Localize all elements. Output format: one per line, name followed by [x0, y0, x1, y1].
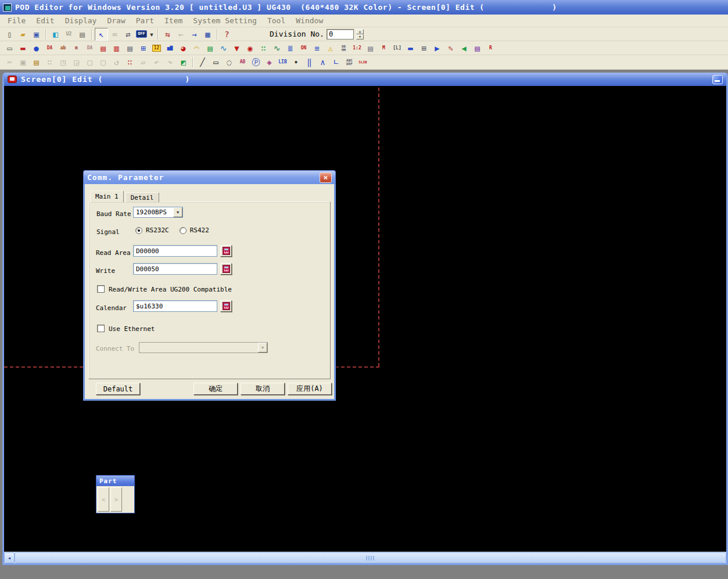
- help-icon[interactable]: ?: [220, 28, 234, 41]
- scrollbar-thumb[interactable]: [15, 552, 726, 563]
- menu-item-display[interactable]: Display: [60, 15, 102, 26]
- read-area-input[interactable]: D00000: [133, 245, 217, 257]
- data-block-icon[interactable]: DA: [83, 42, 96, 55]
- paint-p-icon[interactable]: Ⓟ: [249, 56, 263, 69]
- data-sampling-list-icon[interactable]: ≣: [284, 42, 297, 55]
- radio-rs232c[interactable]: RS232C: [135, 226, 169, 234]
- comment-display-icon[interactable]: ▤: [123, 42, 137, 55]
- prev-screen-icon[interactable]: ←: [174, 28, 188, 41]
- baud-rate-combobox[interactable]: 19200BPS ▼: [133, 207, 183, 218]
- slib-icon[interactable]: SLIB: [356, 56, 370, 69]
- paste-icon[interactable]: ▤: [30, 56, 43, 69]
- division-spin-up-icon[interactable]: ▲: [356, 29, 364, 34]
- keyboard-icon[interactable]: ⊞: [417, 42, 431, 55]
- memo-list-icon[interactable]: ≡: [310, 42, 324, 55]
- division-spin-down-icon[interactable]: ▼: [356, 34, 364, 39]
- vertical-ruler-icon[interactable]: ‖: [303, 56, 316, 69]
- video-camera-icon[interactable]: ▶: [431, 42, 444, 55]
- ascii-display-icon[interactable]: ab: [56, 42, 70, 55]
- screen-edit-titlebar[interactable]: Screen[0] Edit ( ): [4, 73, 726, 86]
- tab-main-1[interactable]: Main 1: [90, 190, 124, 202]
- rotate-icon[interactable]: ↺: [110, 56, 123, 69]
- library-call-icon[interactable]: LIB: [276, 56, 289, 69]
- ok-button[interactable]: 确定: [193, 383, 238, 395]
- move-shape-alt-icon[interactable]: ◲: [70, 56, 83, 69]
- scroll-left-icon[interactable]: ◂: [4, 552, 15, 563]
- menu-item-part[interactable]: Part: [131, 15, 159, 26]
- node-edit-icon[interactable]: ∧: [316, 56, 329, 69]
- entry-keypad-icon[interactable]: ⊞: [137, 42, 150, 55]
- write-keypad-button[interactable]: [220, 263, 232, 275]
- cut-icon[interactable]: ✂: [3, 56, 16, 69]
- tank-graph-icon[interactable]: ▼: [230, 42, 243, 55]
- comm-transfer-icon[interactable]: ⇄: [121, 28, 135, 41]
- tab-detail[interactable]: Detail: [125, 192, 159, 202]
- division-input[interactable]: 0: [327, 29, 354, 39]
- dialog-close-icon[interactable]: ×: [320, 172, 332, 183]
- part-next-button[interactable]: >: [110, 487, 122, 512]
- data-display-icon[interactable]: DA: [43, 42, 56, 55]
- switch-part-icon[interactable]: ▭: [3, 42, 16, 55]
- speaker-icon[interactable]: ◀: [457, 42, 471, 55]
- calendar-12-icon[interactable]: 12: [150, 42, 163, 55]
- u2-convert-icon[interactable]: U2: [62, 28, 76, 41]
- message-roll-icon[interactable]: ▤: [96, 42, 110, 55]
- mode-button-icon[interactable]: M: [377, 42, 390, 55]
- find-binoculars-icon[interactable]: ∞: [108, 28, 121, 41]
- menu-item-system-setting[interactable]: System Setting: [188, 15, 262, 26]
- select-rect-alt-icon[interactable]: ▢: [96, 56, 110, 69]
- memo-pad-icon[interactable]: ▤: [364, 42, 377, 55]
- grid-toggle-icon[interactable]: ◩: [177, 56, 190, 69]
- lamp-part-icon[interactable]: ▬: [16, 42, 30, 55]
- write-input[interactable]: D00050: [133, 263, 217, 275]
- multi-copy-icon[interactable]: ∷: [43, 56, 56, 69]
- off-display-button[interactable]: OFF: [135, 28, 148, 41]
- abc-def-text-icon[interactable]: ABC DEF: [343, 56, 356, 69]
- grid-dots-icon[interactable]: ∷: [123, 56, 137, 69]
- layer-icon[interactable]: ▱: [137, 56, 150, 69]
- print-icon[interactable]: ▤: [76, 28, 89, 41]
- menu-item-item[interactable]: Item: [159, 15, 188, 26]
- onoff-display-icon[interactable]: ON: [297, 42, 310, 55]
- screen-transfer-icon[interactable]: ◧: [49, 28, 62, 41]
- time-display-icon[interactable]: 1:2: [350, 42, 364, 55]
- alarm-bell-icon[interactable]: ⚠: [324, 42, 337, 55]
- striped-list-icon[interactable]: ▤: [203, 42, 217, 55]
- fill-paint-icon[interactable]: ◈: [263, 56, 276, 69]
- read-area-keypad-button[interactable]: [220, 245, 232, 257]
- panel-meter-icon[interactable]: ◠: [190, 42, 203, 55]
- lamp-box-icon[interactable]: [L]: [390, 42, 404, 55]
- draw-text-icon[interactable]: AB: [236, 56, 249, 69]
- next-screen-icon[interactable]: →: [188, 28, 201, 41]
- report-doc-icon[interactable]: ▤: [471, 42, 484, 55]
- screen-window-minimize-button[interactable]: [712, 75, 723, 84]
- dot-icon[interactable]: •: [289, 56, 303, 69]
- sampling-pie-icon[interactable]: ◉: [243, 42, 257, 55]
- part-prev-button[interactable]: <: [98, 487, 109, 512]
- baud-rate-dropdown-icon[interactable]: ▼: [173, 207, 182, 217]
- menu-item-file[interactable]: File: [2, 15, 31, 26]
- default-button[interactable]: Default: [96, 383, 140, 395]
- cancel-button[interactable]: 取消: [241, 383, 285, 395]
- ug200-compatible-checkbox[interactable]: [97, 285, 105, 293]
- off-dropdown-arrow[interactable]: ▾: [148, 28, 155, 41]
- draw-rect-icon[interactable]: ▭: [209, 56, 223, 69]
- draw-ellipse-icon[interactable]: ◌: [223, 56, 236, 69]
- screen-list-icon[interactable]: ▦: [201, 28, 214, 41]
- graphic-part-icon[interactable]: ●: [30, 42, 43, 55]
- menu-item-edit[interactable]: Edit: [31, 15, 59, 26]
- radio-rs422[interactable]: RS422: [180, 226, 209, 234]
- swap-screens-icon[interactable]: ⇆: [161, 28, 174, 41]
- dimension-ruler-icon[interactable]: ∟: [329, 56, 343, 69]
- date-display-icon[interactable]: DD MM: [337, 42, 350, 55]
- trend-graph-icon[interactable]: ∿: [217, 42, 230, 55]
- bar-graph-icon[interactable]: ▅▇: [163, 42, 177, 55]
- open-file-icon[interactable]: ▰: [16, 28, 30, 41]
- move-shape-icon[interactable]: ◳: [56, 56, 70, 69]
- menu-item-tool[interactable]: Tool: [262, 15, 291, 26]
- memo-card-icon[interactable]: ▬: [404, 42, 417, 55]
- sampling-graph-icon[interactable]: ∿: [270, 42, 284, 55]
- color-matrix-icon[interactable]: ∷: [257, 42, 270, 55]
- pie-graph-icon[interactable]: ◕: [177, 42, 190, 55]
- select-cursor-icon[interactable]: ↖: [95, 28, 108, 41]
